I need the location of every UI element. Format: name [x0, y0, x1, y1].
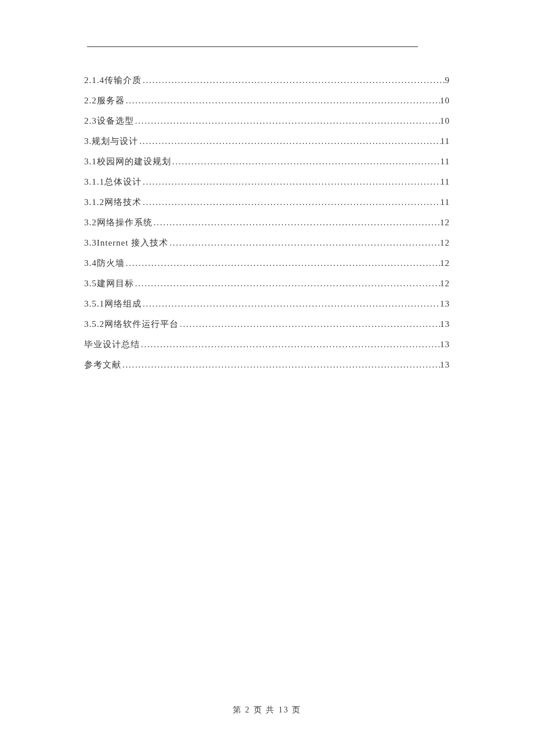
toc-entry: 3.5.1 网络组成 13: [84, 300, 450, 308]
toc-leader-dots: [153, 219, 440, 227]
toc-page-number: 11: [441, 137, 450, 146]
toc-title: 网络组成: [104, 300, 142, 308]
toc-entry: 2.2 服务器 10: [84, 96, 450, 105]
toc-page-number: 11: [441, 157, 450, 166]
toc-page-number: 12: [440, 218, 450, 227]
toc-entry: 参考文献 13: [84, 361, 450, 369]
toc-title: 总体设计: [104, 178, 142, 186]
toc-leader-dots: [142, 77, 445, 85]
toc-entry: 3.4 防火墙 12: [84, 259, 450, 268]
toc-leader-dots: [140, 341, 440, 349]
toc-page-number: 13: [440, 340, 450, 349]
toc-number: 3.4: [84, 259, 97, 268]
footer-pagination: 第 2 页 共 13 页: [233, 705, 302, 714]
toc-leader-dots: [138, 138, 440, 146]
toc-leader-dots: [142, 300, 440, 308]
toc-page-number: 11: [441, 198, 450, 207]
toc-leader-dots: [142, 178, 441, 186]
toc-title: 网络软件运行平台: [104, 320, 179, 329]
toc-page-number: 12: [440, 239, 450, 247]
toc-number: 2.3: [84, 117, 97, 125]
toc-leader-dots: [134, 117, 440, 125]
toc-title: 设备选型: [97, 117, 134, 125]
toc-leader-dots: [179, 321, 440, 329]
toc-number: 3.2: [84, 218, 97, 227]
toc-number: 2.2: [84, 96, 97, 105]
toc-title: 服务器: [97, 96, 125, 105]
toc-entry: 3.1.2 网络技术 11: [84, 198, 450, 207]
toc-number: 3.1: [84, 157, 97, 166]
toc-page-number: 13: [440, 320, 450, 329]
toc-title: 建网目标: [97, 279, 134, 288]
toc-page-number: 9: [445, 76, 450, 85]
toc-page-number: 12: [440, 259, 450, 268]
toc-leader-dots: [125, 97, 440, 105]
toc-page-number: 12: [440, 279, 450, 288]
toc-leader-dots: [121, 361, 440, 369]
toc-title: 校园网的建设规划: [97, 157, 171, 166]
toc-number: 3.1.1: [84, 178, 104, 186]
toc-leader-dots: [134, 280, 440, 288]
toc-title: 传输介质: [104, 76, 142, 85]
toc-entry: 3.5.2 网络软件运行平台 13: [84, 320, 450, 329]
toc-leader-dots: [125, 260, 440, 268]
toc-entry: 3.1.1 总体设计 11: [84, 178, 450, 186]
toc-title: 网络操作系统: [97, 218, 153, 227]
toc-number: 3.5.1: [84, 300, 104, 308]
toc-entry: 2.1.4 传输介质 9: [84, 76, 450, 85]
toc-title: 规划与设计: [92, 137, 138, 146]
toc-entry: 3.3 Internet 接入技术 12: [84, 239, 450, 247]
toc-number: 2.1.4: [84, 76, 104, 85]
toc-entry: 3. 规划与设计 11: [84, 137, 450, 146]
toc-number: 3.3: [84, 239, 97, 247]
toc-page-number: 13: [440, 361, 450, 369]
toc-title: 参考文献: [84, 361, 121, 369]
toc-number: 3.1.2: [84, 198, 104, 207]
toc-number: 3.5: [84, 279, 97, 288]
toc-entry: 毕业设计总结 13: [84, 340, 450, 349]
toc-page-number: 10: [440, 96, 450, 105]
toc-leader-dots: [171, 158, 441, 166]
toc-title: 毕业设计总结: [84, 340, 140, 349]
toc-entry: 3.2 网络操作系统 12: [84, 218, 450, 227]
toc-leader-dots: [142, 199, 441, 207]
toc-page-number: 13: [440, 300, 450, 308]
toc-entry: 3.5 建网目标 12: [84, 279, 450, 288]
toc-leader-dots: [168, 239, 440, 247]
page-content: 2.1.4 传输介质 9 2.2 服务器 10 2.3 设备选型 10 3. 规…: [0, 0, 534, 369]
page-footer: 第 2 页 共 13 页: [0, 705, 534, 715]
toc-number: 3.5.2: [84, 320, 104, 329]
toc-title: Internet 接入技术: [97, 239, 168, 247]
toc-entry: 3.1 校园网的建设规划 11: [84, 157, 450, 166]
toc-title: 网络技术: [104, 198, 142, 207]
header-underline: [87, 46, 418, 47]
toc-page-number: 11: [441, 178, 450, 186]
toc-page-number: 10: [440, 117, 450, 125]
toc-entry: 2.3 设备选型 10: [84, 117, 450, 125]
toc-title: 防火墙: [97, 259, 125, 268]
toc-number: 3.: [84, 137, 92, 146]
